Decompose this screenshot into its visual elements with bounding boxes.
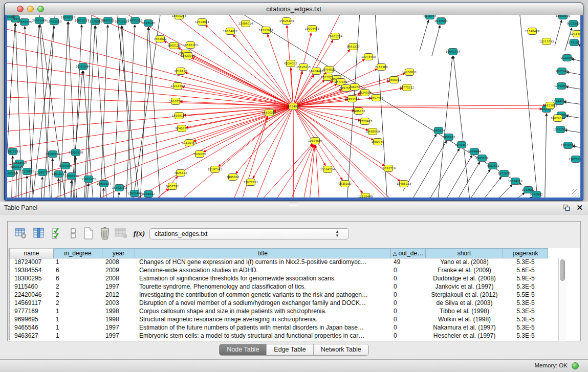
cell-year[interactable]: 2003 bbox=[102, 299, 135, 308]
cell-out_de[interactable]: 0 bbox=[391, 275, 426, 283]
column-header-pagerank[interactable]: pagerank bbox=[503, 248, 548, 258]
cell-year[interactable]: 2012 bbox=[102, 291, 135, 299]
cell-in_degree[interactable]: 2 bbox=[54, 299, 102, 308]
cell-out_de[interactable]: 49 bbox=[391, 258, 426, 267]
cell-year[interactable]: 2009 bbox=[102, 267, 135, 275]
cell-pagerank[interactable]: 5.3E-5 bbox=[503, 283, 548, 291]
cell-year[interactable]: 2008 bbox=[102, 258, 135, 267]
cell-pagerank[interactable]: 5.3E-5 bbox=[503, 316, 548, 324]
cell-short[interactable]: Stergiakouli et al. (2012) bbox=[426, 291, 503, 299]
cell-name[interactable]: 22420046 bbox=[10, 291, 54, 299]
cell-title[interactable]: Structural magnetic resonance image aver… bbox=[135, 316, 391, 324]
table-row[interactable]: 1938455462009Genome-wide association stu… bbox=[8, 267, 550, 275]
network-canvas[interactable]: 1405571411550525208914061849556319804317… bbox=[7, 15, 580, 198]
cell-year[interactable]: 1998 bbox=[102, 308, 135, 316]
cell-short[interactable]: Dudbridge et al. (2008) bbox=[426, 275, 503, 283]
delete-column-button[interactable] bbox=[98, 226, 112, 241]
table-row[interactable]: 2242004622012Investigating the contribut… bbox=[8, 291, 550, 299]
tab-network-table[interactable]: Network Table bbox=[314, 344, 368, 355]
cell-short[interactable]: Jankovic et al. (1997) bbox=[426, 283, 503, 291]
cell-short[interactable]: Tibbo et al. (1998) bbox=[426, 308, 503, 316]
cell-name[interactable]: 18724007 bbox=[10, 258, 54, 267]
cell-pagerank[interactable]: 5.6E-5 bbox=[503, 267, 548, 275]
cell-name[interactable]: 9115460 bbox=[10, 283, 54, 291]
function-builder-button[interactable]: f(x) bbox=[132, 226, 146, 241]
cell-in_degree[interactable]: 1 bbox=[54, 316, 102, 324]
table-row[interactable]: 1456911722003Disruption of a novel membe… bbox=[8, 299, 550, 308]
cell-year[interactable]: 1997 bbox=[102, 283, 135, 291]
cell-in_degree[interactable]: 1 bbox=[54, 332, 102, 340]
cell-out_de[interactable]: 0 bbox=[391, 332, 426, 340]
cell-in_degree[interactable]: 6 bbox=[54, 275, 102, 283]
cell-name[interactable]: 9463627 bbox=[10, 332, 54, 340]
column-header-short[interactable]: short bbox=[426, 248, 503, 258]
window-titlebar[interactable]: citations_edges.txt bbox=[5, 3, 583, 15]
cell-title[interactable]: Embryonic stem cells: a model to study s… bbox=[135, 332, 391, 340]
cell-year[interactable]: 1997 bbox=[102, 332, 135, 340]
column-header-in_degree[interactable]: in_degree bbox=[54, 248, 102, 258]
cell-year[interactable]: 1997 bbox=[102, 324, 135, 332]
cell-title[interactable]: Tourette syndrome. Phenomenology and cla… bbox=[135, 283, 391, 291]
cell-out_de[interactable]: 0 bbox=[391, 291, 426, 299]
table-settings-button[interactable] bbox=[14, 226, 28, 241]
cell-out_de[interactable]: 0 bbox=[391, 283, 426, 291]
cell-in_degree[interactable]: 1 bbox=[54, 308, 102, 316]
cell-short[interactable]: Nakamura et al. (1997) bbox=[426, 324, 503, 332]
cell-short[interactable]: Franke et al. (2009) bbox=[426, 267, 503, 275]
cell-in_degree[interactable]: 1 bbox=[54, 258, 102, 267]
cell-name[interactable]: 14569117 bbox=[10, 299, 54, 308]
column-header-out_de[interactable]: △out_de… bbox=[391, 248, 426, 258]
cell-year[interactable]: 2008 bbox=[102, 275, 135, 283]
cell-pagerank[interactable]: 5.3E-5 bbox=[503, 258, 548, 267]
row-height-button[interactable] bbox=[66, 226, 80, 241]
resize-grip-icon[interactable] bbox=[572, 189, 579, 196]
splitter-handle[interactable] bbox=[289, 203, 298, 206]
cell-pagerank[interactable]: 5.3E-5 bbox=[503, 308, 548, 316]
table-row[interactable]: 1830029562008Estimation of significance … bbox=[8, 275, 550, 283]
column-header-year[interactable]: year bbox=[102, 248, 135, 258]
cell-out_de[interactable]: 0 bbox=[391, 267, 426, 275]
column-visibility-button[interactable] bbox=[32, 226, 46, 241]
cell-title[interactable]: Investigating the contribution of common… bbox=[135, 291, 391, 299]
cell-pagerank[interactable]: 5.3E-5 bbox=[503, 324, 548, 332]
column-header-name[interactable]: name bbox=[10, 248, 54, 258]
close-window-button[interactable] bbox=[17, 6, 24, 12]
cell-short[interactable]: Yano et al. (2008) bbox=[426, 258, 503, 267]
cell-out_de[interactable]: 0 bbox=[391, 299, 426, 308]
cell-out_de[interactable]: 0 bbox=[391, 324, 426, 332]
cell-short[interactable]: de Silva et al. (2003) bbox=[426, 299, 503, 308]
table-row[interactable]: 946362711997Embryonic stem cells: a mode… bbox=[8, 332, 550, 340]
cell-year[interactable]: 1998 bbox=[102, 316, 135, 324]
table-row[interactable]: 1872400712008Changes of HCN gene express… bbox=[8, 258, 550, 267]
cell-out_de[interactable]: 0 bbox=[391, 316, 426, 324]
cell-title[interactable]: Corpus callosum shape and size in male p… bbox=[135, 308, 391, 316]
tab-edge-table[interactable]: Edge Table bbox=[267, 344, 313, 355]
cell-name[interactable]: 9777169 bbox=[10, 308, 54, 316]
float-panel-icon[interactable] bbox=[563, 204, 570, 211]
table-vertical-scrollbar[interactable] bbox=[558, 258, 566, 341]
cell-name[interactable]: 9465546 bbox=[10, 324, 54, 332]
cell-name[interactable]: 19384554 bbox=[10, 267, 54, 275]
cell-short[interactable]: Wolkin et al. (1998) bbox=[426, 316, 503, 324]
cell-title[interactable]: Estimation of significance thresholds fo… bbox=[135, 275, 391, 283]
column-header-title[interactable]: title bbox=[135, 248, 391, 258]
table-chooser-dropdown[interactable]: citations_edges.txt ▲▼ bbox=[149, 228, 349, 239]
table-row[interactable]: 911546021997Tourette syndrome. Phenomeno… bbox=[8, 283, 550, 291]
zoom-window-button[interactable] bbox=[37, 6, 44, 12]
cell-title[interactable]: Changes of HCN gene expression and I(f) … bbox=[135, 258, 391, 267]
cell-name[interactable]: 18300295 bbox=[10, 275, 54, 283]
table-row[interactable]: 977716911998Corpus callosum shape and si… bbox=[8, 308, 550, 316]
cell-short[interactable]: Hescheler et al. (1997) bbox=[426, 332, 503, 340]
cell-pagerank[interactable]: 5.5E-5 bbox=[503, 291, 548, 299]
cell-in_degree[interactable]: 2 bbox=[54, 291, 102, 299]
cell-in_degree[interactable]: 1 bbox=[54, 324, 102, 332]
cell-in_degree[interactable]: 6 bbox=[54, 267, 102, 275]
tab-node-table[interactable]: Node Table bbox=[220, 344, 267, 355]
cell-pagerank[interactable]: 5.3E-5 bbox=[503, 332, 548, 340]
table-row[interactable]: 969969511998Structural magnetic resonanc… bbox=[8, 316, 550, 324]
table-row[interactable]: 946554611997Estimation of the future num… bbox=[8, 324, 550, 332]
cell-pagerank[interactable]: 5.3E-5 bbox=[503, 299, 548, 308]
scrollbar-thumb[interactable] bbox=[560, 259, 565, 281]
cell-pagerank[interactable]: 5.9E-5 bbox=[503, 275, 548, 283]
cell-name[interactable]: 9699695 bbox=[10, 316, 54, 324]
